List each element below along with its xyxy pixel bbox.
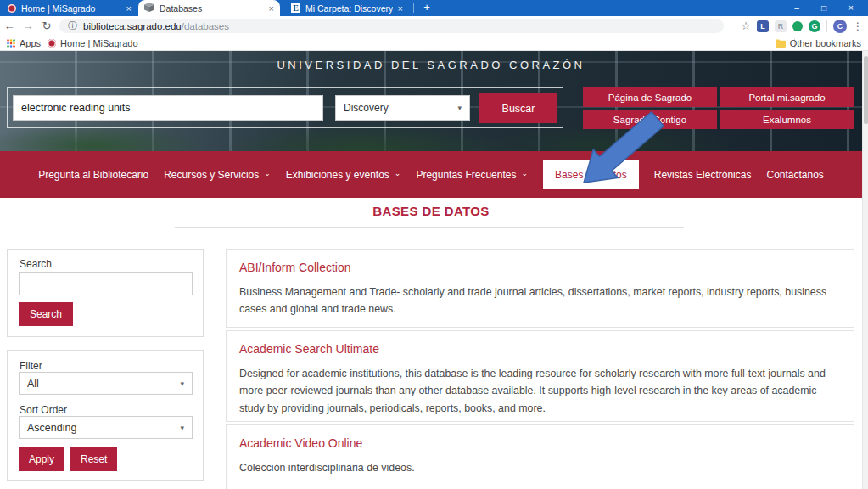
- database-description: Business Management and Trade- scholarly…: [239, 284, 841, 318]
- sidebar-search-panel: Search Search: [7, 249, 204, 337]
- apps-shortcut[interactable]: Apps: [7, 38, 41, 48]
- tab-databases[interactable]: Databases ×: [138, 0, 280, 16]
- sagrado-favicon-icon: [48, 39, 56, 48]
- url-text: biblioteca.sagrado.edu/databases: [83, 21, 229, 31]
- sagrado-favicon-icon: [8, 4, 16, 13]
- database-card: Academic Video Online Colección interdis…: [226, 424, 854, 489]
- database-link[interactable]: ABI/Inform Collection: [239, 261, 841, 274]
- bookmarks-bar: Apps Home | MiSagrado Other bookmarks: [0, 36, 868, 51]
- sort-order-value: Ascending: [27, 422, 76, 434]
- tab-mi-carpeta[interactable]: E Mi Carpeta: Discovery Service pa ×: [285, 0, 409, 16]
- web-page: UNIVERSIDAD DEL SAGRADO CORAZÓN Discover…: [0, 51, 868, 489]
- buscar-button[interactable]: Buscar: [479, 93, 557, 123]
- toolbar-right-icons: ☆ L R G C ⋮: [741, 16, 863, 36]
- close-window-button[interactable]: ×: [837, 3, 865, 13]
- quick-links: Página de Sagrado Portal mi.sagrado Sagr…: [583, 87, 854, 129]
- chevron-down-icon: ⌄: [521, 169, 528, 177]
- university-name: UNIVERSIDAD DEL SAGRADO CORAZÓN: [0, 59, 862, 71]
- tab-title: Databases: [160, 3, 264, 14]
- tab-home-misagrado[interactable]: Home | MiSagrado ×: [2, 0, 137, 16]
- new-tab-button[interactable]: +: [419, 1, 434, 14]
- sort-order-label: Sort Order: [20, 404, 67, 416]
- database-link[interactable]: Academic Video Online: [239, 436, 841, 450]
- library-search-bar: Discovery ▾ Buscar: [7, 87, 563, 128]
- browser-toolbar: ← → ↻ ⓘ biblioteca.sagrado.edu/databases…: [0, 16, 868, 36]
- toolbar-separator: [826, 20, 827, 32]
- filter-label: Filter: [20, 360, 42, 372]
- main-nav: Pregunta al Bibliotecario Recursos y Ser…: [0, 151, 862, 198]
- extension-green-dot-icon[interactable]: [792, 21, 803, 31]
- other-bookmarks[interactable]: Other bookmarks: [776, 38, 861, 48]
- nav-revistas-electronicas[interactable]: Revistas Electrónicas: [654, 169, 752, 181]
- tab-separator: [413, 3, 414, 13]
- library-search-input[interactable]: [13, 95, 323, 121]
- page-title: BASES DE DATOS: [0, 204, 862, 218]
- browser-window: Home | MiSagrado × Databases × E Mi Carp…: [0, 0, 868, 489]
- select-caret-icon: ▾: [180, 379, 184, 388]
- extension-l-icon[interactable]: L: [757, 20, 769, 32]
- nav-recursos-y-servicios[interactable]: Recursos y Servicios⌄: [164, 169, 271, 181]
- tab-title: Mi Carpeta: Discovery Service pa: [305, 3, 393, 14]
- sidebar-search-input[interactable]: [19, 272, 193, 295]
- sagrado-contigo-button[interactable]: Sagrado Contigo: [583, 110, 717, 129]
- filter-select[interactable]: All ▾: [19, 372, 193, 395]
- apply-button[interactable]: Apply: [19, 447, 64, 471]
- close-tab-icon[interactable]: ×: [269, 3, 274, 14]
- forward-icon[interactable]: →: [19, 20, 37, 32]
- database-stack-favicon-icon: [144, 3, 154, 14]
- grammarly-icon[interactable]: G: [809, 20, 820, 32]
- chevron-down-icon: ⌄: [395, 169, 401, 177]
- sort-order-select[interactable]: Ascending ▾: [19, 416, 193, 439]
- nav-contactanos[interactable]: Contáctanos: [766, 169, 823, 181]
- tab-strip: Home | MiSagrado × Databases × E Mi Carp…: [0, 0, 868, 16]
- bookmark-label: Home | MiSagrado: [60, 38, 138, 48]
- tab-title: Home | MiSagrado: [21, 3, 121, 14]
- hero-header: UNIVERSIDAD DEL SAGRADO CORAZÓN Discover…: [0, 51, 862, 151]
- folder-icon: [776, 39, 786, 48]
- select-caret-icon: ▾: [180, 424, 184, 432]
- sidebar-search-button[interactable]: Search: [19, 302, 73, 326]
- url-host: biblioteca.sagrado.edu: [83, 21, 182, 31]
- window-controls: – □ ×: [783, 0, 865, 16]
- nav-pregunta-al-bibliotecario[interactable]: Pregunta al Bibliotecario: [38, 169, 148, 181]
- filter-buttons: Apply Reset: [19, 447, 117, 471]
- minimize-button[interactable]: –: [783, 3, 810, 13]
- chrome-menu-icon[interactable]: ⋮: [853, 20, 863, 32]
- other-bookmarks-label: Other bookmarks: [790, 38, 861, 48]
- reload-icon[interactable]: ↻: [37, 20, 56, 32]
- select-caret-icon: ▾: [457, 104, 462, 112]
- exalumnos-button[interactable]: Exalumnos: [720, 110, 854, 129]
- database-link[interactable]: Academic Search Ultimate: [239, 342, 841, 356]
- ebsco-favicon-icon: E: [291, 3, 300, 13]
- pagina-de-sagrado-button[interactable]: Página de Sagrado: [583, 87, 717, 107]
- apps-label: Apps: [20, 38, 41, 48]
- reset-button[interactable]: Reset: [70, 447, 117, 471]
- close-tab-icon[interactable]: ×: [126, 3, 132, 14]
- profile-avatar[interactable]: C: [833, 20, 847, 33]
- extension-r-icon[interactable]: R: [775, 20, 787, 32]
- close-tab-icon[interactable]: ×: [398, 3, 403, 14]
- sidebar-filter-panel: Filter All ▾ Sort Order Ascending ▾ Appl…: [7, 350, 204, 481]
- scrollbar-thumb[interactable]: [864, 56, 868, 124]
- title-divider: [175, 227, 684, 228]
- back-icon[interactable]: ←: [0, 20, 19, 32]
- portal-misagrado-button[interactable]: Portal mi.sagrado: [720, 87, 854, 107]
- maximize-button[interactable]: □: [810, 3, 837, 13]
- nav-bases-de-datos[interactable]: Bases de Datos: [543, 160, 639, 189]
- filter-value: All: [27, 378, 39, 390]
- page-info-icon[interactable]: ⓘ: [68, 20, 77, 32]
- database-description: Colección interdisciplinaria de videos.: [239, 459, 841, 476]
- address-bar[interactable]: ⓘ biblioteca.sagrado.edu/databases: [59, 19, 724, 33]
- search-scope-select[interactable]: Discovery ▾: [335, 95, 470, 121]
- bookmark-star-icon[interactable]: ☆: [741, 20, 751, 32]
- database-card: ABI/Inform Collection Business Managemen…: [226, 249, 854, 328]
- search-label: Search: [20, 258, 52, 270]
- apps-grid-icon: [7, 39, 15, 48]
- nav-preguntas-frecuentes[interactable]: Preguntas Frecuentes⌄: [416, 169, 528, 181]
- bookmark-home-misagrado[interactable]: Home | MiSagrado: [48, 38, 138, 48]
- nav-exhibiciones-y-eventos[interactable]: Exhibiciones y eventos⌄: [286, 169, 401, 181]
- database-card: Academic Search Ultimate Designed for ac…: [226, 330, 854, 422]
- page-scrollbar[interactable]: [862, 51, 868, 489]
- database-description: Designed for academic institutions, this…: [239, 365, 841, 417]
- url-path: /databases: [182, 21, 229, 31]
